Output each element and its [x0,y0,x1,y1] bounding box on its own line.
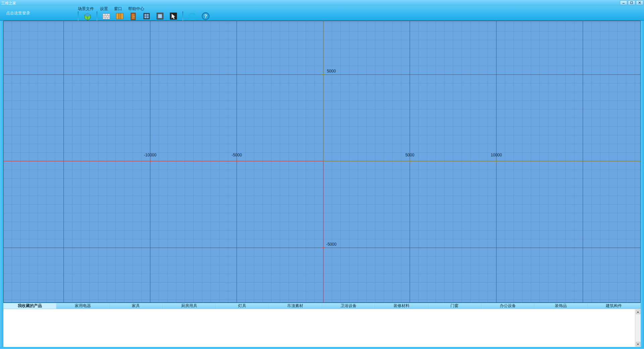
cursor-icon [169,11,178,22]
category-tab[interactable]: 我收藏的产品 [3,303,56,309]
axis-tick-label: -10000 [144,153,156,157]
category-label: 建筑构件 [606,303,622,309]
axis-tick-label: 5000 [327,69,336,73]
axis-tick-label: 10000 [491,153,502,157]
product-scrollbar[interactable] [635,309,641,347]
axis-tick-label: -5000 [231,153,242,157]
left-frame-edge [0,21,3,347]
login-area[interactable]: 点击这里登录 [0,6,76,20]
menu-settings[interactable]: 设置 [100,6,108,12]
category-label: 厨房用具 [181,303,197,309]
header: 点击这里登录 场景文件 设置 窗口 帮助中心 [0,6,644,21]
category-label: 吊顶素材 [287,303,303,309]
window-button[interactable] [141,11,152,21]
undo-icon [187,11,197,22]
svg-text:?: ? [204,13,207,19]
3d-cube-button[interactable] [82,11,93,21]
bottom-frame-edge [0,347,644,349]
svg-rect-17 [116,13,119,19]
category-tab[interactable]: 家用电器 [56,303,109,309]
category-label: 门窗 [450,303,459,309]
svg-marker-161 [637,311,639,313]
category-tab[interactable]: 门窗 [428,303,481,309]
help-button[interactable]: ? [200,11,211,21]
design-canvas[interactable]: -10000-50005000100005000-5000 [3,21,641,303]
scroll-down-button[interactable] [636,342,640,346]
svg-marker-31 [194,13,196,15]
svg-rect-19 [121,13,123,19]
minimize-button[interactable] [620,0,627,5]
category-label: 灯具 [238,303,246,309]
wall-icon [102,11,111,22]
close-button[interactable] [636,0,643,5]
category-label: 家用电器 [75,303,91,309]
category-bar: 我收藏的产品家用电器家具厨房用具灯具吊顶素材卫浴设备装修材料门窗办公设备装饰品建… [3,303,641,309]
menu-scene-file[interactable]: 场景文件 [78,6,94,12]
svg-rect-18 [119,13,121,19]
toolbar-separator [97,11,97,21]
floor-button[interactable] [114,11,125,21]
product-panel [3,309,641,347]
category-tab[interactable]: 厨房用具 [163,303,216,309]
category-tab[interactable]: 家具 [110,303,163,309]
svg-rect-1 [631,2,633,4]
category-label: 家具 [132,303,140,309]
window-icon [142,11,151,22]
category-tab[interactable]: 装修材料 [375,303,428,309]
category-tab[interactable]: 装饰品 [534,303,587,309]
main: -10000-50005000100005000-5000 我收藏的产品家用电器… [0,21,644,347]
menu-window[interactable]: 窗口 [114,6,122,12]
toolbar-separator [78,11,78,21]
svg-point-22 [133,16,134,17]
svg-rect-28 [158,14,162,18]
category-label: 卫浴设备 [340,303,357,309]
wall-button[interactable] [101,11,112,21]
category-tab[interactable]: 办公设备 [481,303,534,309]
region-icon [155,11,165,22]
toolbar: ? [76,11,644,21]
maximize-button[interactable] [628,0,635,5]
category-label: 装饰品 [555,303,567,309]
title-bar: 三维之家 [0,0,644,6]
axis-tick-label: 5000 [405,153,414,157]
category-label: 办公设备 [500,303,516,309]
window-controls [620,0,643,5]
3d-cube-icon [83,11,92,22]
cursor-button[interactable] [168,11,179,21]
toolbar-separator [182,11,183,21]
category-label: 装修材料 [393,303,410,309]
category-tab[interactable]: 卫浴设备 [322,303,375,309]
door-button[interactable] [127,11,139,21]
svg-marker-162 [637,344,639,345]
category-label: 我收藏的产品 [18,303,42,309]
right-frame-edge [641,21,644,347]
region-button[interactable] [154,11,166,21]
door-icon [128,11,138,22]
axis-tick-label: -5000 [326,242,336,247]
category-tab[interactable]: 灯具 [216,303,269,309]
login-prompt: 点击这里登录 [6,10,76,16]
menu-bar: 场景文件 设置 窗口 帮助中心 [76,6,644,11]
svg-rect-34 [4,21,640,302]
svg-rect-21 [131,13,135,19]
undo-button[interactable] [186,11,198,21]
scroll-up-button[interactable] [636,310,640,314]
category-tab[interactable]: 建筑构件 [588,303,641,309]
menu-help[interactable]: 帮助中心 [128,6,144,12]
category-tab[interactable]: 吊顶素材 [269,303,322,309]
app-title: 三维之家 [1,1,16,6]
help-icon: ? [201,11,210,22]
floor-icon [115,11,124,22]
